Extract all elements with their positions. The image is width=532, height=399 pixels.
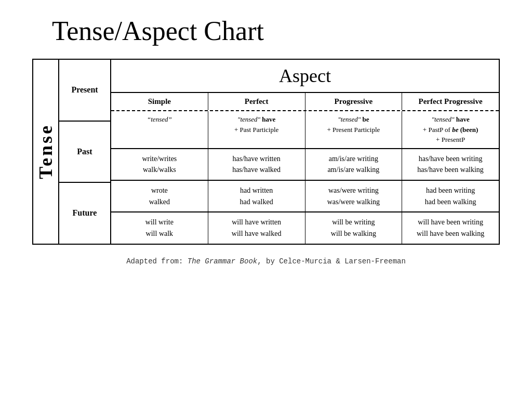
cell-present-perf-prog: has/have been writinghas/have been walki… <box>402 149 499 180</box>
tense-outer: Tense Present Past Future <box>33 60 111 244</box>
cell-future-perfect: will have writtenwill have walked <box>208 212 305 243</box>
formula-progressive-tensed: "tensed" <box>338 115 362 123</box>
cell-present-progressive: am/is/are writingam/is/are walking <box>305 149 403 180</box>
col-header-perfect-progressive: Perfect Progressive <box>402 93 499 110</box>
cell-future-perf-prog: will have been writingwill have been wal… <box>402 212 499 243</box>
formula-perfect-tensed: "tensed" <box>237 115 262 123</box>
formula-pp-be: be <box>452 126 458 134</box>
page-title: Tense/Aspect Chart <box>52 16 264 46</box>
main-table: Aspect Simple Perfect Progressive Perfec… <box>111 60 499 244</box>
citation-suffix: , by Celce-Murcia & Larsen-Freeman <box>257 257 406 265</box>
formula-pp-have: have <box>456 115 470 123</box>
cell-past-progressive: was/were writingwas/were walking <box>305 181 403 211</box>
citation-prefix: Adapted from: <box>126 257 188 265</box>
data-row-past: wrotewalked had writtenhad walked was/we… <box>111 181 499 212</box>
tense-vertical-label: Tense <box>35 124 57 179</box>
formula-pp-pastp: + PastP of <box>423 126 452 134</box>
cell-present-simple: write/writeswalk/walks <box>111 149 208 180</box>
col-header-progressive: Progressive <box>305 93 403 110</box>
cell-future-progressive: will be writingwill be walking <box>305 212 403 243</box>
tense-row-present: Present <box>59 60 110 122</box>
col-header-simple: Simple <box>111 93 208 110</box>
formula-perfect-have: have <box>262 115 275 123</box>
aspect-header-row: Aspect <box>111 60 499 93</box>
formula-simple-text: “tensed” <box>147 115 172 123</box>
tense-label-cell: Tense <box>33 60 58 244</box>
cell-future-simple: will writewill walk <box>111 212 208 243</box>
tense-row-past: Past <box>59 122 110 183</box>
data-row-present: write/writeswalk/walks has/have writtenh… <box>111 149 499 181</box>
col-header-perfect: Perfect <box>208 93 305 110</box>
data-rows: write/writeswalk/walks has/have writtenh… <box>111 149 499 244</box>
formula-perfect-pp: + Past Participle <box>234 126 278 134</box>
formula-simple: “tensed” <box>111 111 208 148</box>
formula-pp-tensed: "tensed" <box>431 115 456 123</box>
aspect-header: Aspect <box>111 60 499 92</box>
cell-past-perfect: had writtenhad walked <box>208 181 305 211</box>
cell-past-perf-prog: had been writinghad been walking <box>402 181 499 211</box>
data-row-future: will writewill walk will have writtenwil… <box>111 212 499 243</box>
formula-pp-been: (been) <box>458 126 478 134</box>
tense-rows-col: Present Past Future <box>58 60 110 244</box>
formula-row: “tensed” "tensed" have + Past Participle… <box>111 111 499 149</box>
chart-wrapper: Tense Present Past Future Aspect Simple … <box>32 59 500 245</box>
citation: Adapted from: The Grammar Book, by Celce… <box>126 257 406 265</box>
citation-book: The Grammar Book <box>188 257 257 265</box>
tense-row-future: Future <box>59 183 110 244</box>
formula-pp-presentp: + PresentP <box>436 136 465 143</box>
cell-present-perfect: has/have writtenhas/have walked <box>208 149 305 180</box>
formula-progressive: "tensed" be + Present Participle <box>305 111 403 148</box>
formula-perf-prog: "tensed" have + PastP of be (been) + Pre… <box>402 111 499 148</box>
formula-perfect: "tensed" have + Past Participle <box>208 111 305 148</box>
cell-past-simple: wrotewalked <box>111 181 208 211</box>
col-headers-row: Simple Perfect Progressive Perfect Progr… <box>111 93 499 111</box>
formula-progressive-prp: + Present Participle <box>327 126 380 134</box>
formula-progressive-be: be <box>363 115 369 123</box>
